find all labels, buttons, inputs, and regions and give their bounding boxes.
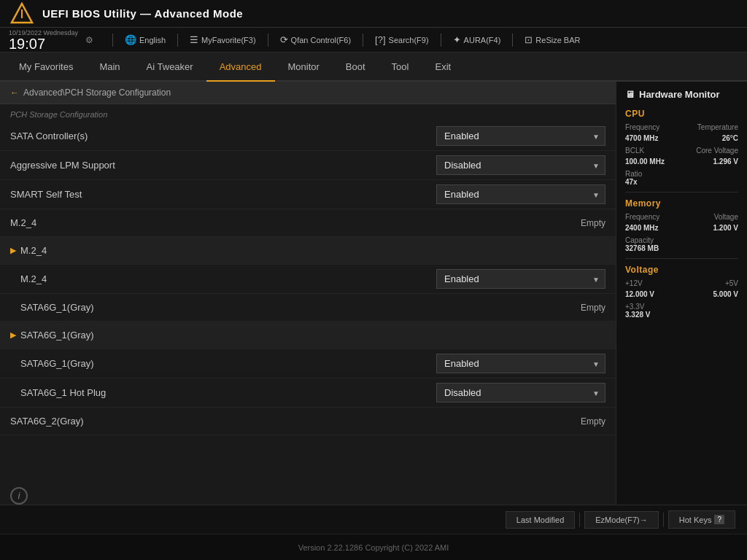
- section-title: PCH Storage Configuration: [0, 104, 616, 122]
- datetime-display: 10/19/2022 Wednesday 19:07: [9, 29, 78, 51]
- hot-keys-button[interactable]: Hot Keys ?: [668, 510, 735, 529]
- stat-row-12v-val: 12.000 V 5.000 V: [625, 290, 738, 298]
- stat-label-12v: +12V: [625, 279, 643, 287]
- breadcrumb-path: Advanced\PCH Storage Configuration: [23, 88, 171, 98]
- resize-icon: ⊡: [525, 34, 533, 45]
- stat-val-ratio: 47x: [625, 178, 738, 186]
- stat-row-bclk: BCLK Core Voltage: [625, 147, 738, 155]
- time-bar: 10/19/2022 Wednesday 19:07 ⚙ 🌐 English ☰…: [0, 28, 747, 52]
- stat-val-mem-volt: 1.200 V: [713, 224, 738, 232]
- label-sata-controllers: SATA Controller(s): [10, 131, 436, 141]
- bios-title: UEFI BIOS Utility — Advanced Mode: [42, 7, 243, 20]
- select-wrapper-hotplug: Enabled Disabled: [436, 383, 605, 402]
- nav-exit[interactable]: Exit: [422, 52, 464, 80]
- nav-main[interactable]: Main: [86, 52, 133, 80]
- help-icon: ?: [714, 515, 724, 524]
- row-m24-static: M.2_4 Empty: [0, 209, 616, 237]
- config-list: SATA Controller(s) Enabled Disabled Aggr…: [0, 122, 616, 505]
- label-sata6g2-static: SATA6G_2(Gray): [10, 416, 547, 427]
- cpu-stats: Frequency Temperature 4700 MHz 26°C BCLK…: [625, 123, 738, 186]
- last-modified-button[interactable]: Last Modified: [506, 511, 575, 529]
- cpu-section-header: CPU: [625, 109, 738, 119]
- monitor-icon: 🖥: [625, 89, 635, 100]
- settings-icon[interactable]: ⚙: [85, 35, 93, 45]
- row-aggressive-lpm: Aggressive LPM Support Enabled Disabled: [0, 151, 616, 180]
- row-sata6g2-static: SATA6G_2(Gray) Empty: [0, 408, 616, 435]
- select-sata-controllers[interactable]: Enabled Disabled: [436, 126, 605, 146]
- nav-boot[interactable]: Boot: [333, 52, 379, 80]
- stat-row-12v: +12V +5V: [625, 279, 738, 287]
- stat-label-33v: +3.3V: [625, 303, 738, 311]
- select-smart-self-test[interactable]: Enabled Disabled: [436, 184, 605, 204]
- hardware-monitor-panel: 🖥 Hardware Monitor CPU Frequency Tempera…: [616, 82, 747, 505]
- row-m24-sub: M.2_4 Enabled Disabled: [0, 265, 616, 294]
- label-aggressive-lpm: Aggressive LPM Support: [10, 160, 436, 171]
- separator-mem-volt: [625, 258, 738, 259]
- divider: [268, 34, 268, 47]
- divider: [512, 34, 513, 47]
- select-wrapper-sata6g1: Enabled Disabled: [436, 354, 605, 373]
- aura-icon: ✦: [453, 34, 461, 45]
- voltage-section-header: Voltage: [625, 265, 738, 275]
- select-wrapper-lpm: Enabled Disabled: [436, 155, 605, 175]
- header-bar: UEFI BIOS Utility — Advanced Mode: [0, 0, 747, 28]
- stat-val-freq: 4700 MHz: [625, 134, 659, 142]
- content-area: ← Advanced\PCH Storage Configuration PCH…: [0, 82, 616, 505]
- topbar-myfavorite[interactable]: ☰ MyFavorite(F3): [185, 33, 260, 47]
- star-icon: ☰: [190, 34, 198, 45]
- memory-stats: Frequency Voltage 2400 MHz 1.200 V Capac…: [625, 213, 738, 252]
- row-sata6g-static: SATA6G_1(Gray) Empty: [0, 294, 616, 322]
- topbar-aura[interactable]: ✦ AURA(F4): [449, 33, 506, 47]
- topbar-qfan[interactable]: ⟳ Qfan Control(F6): [276, 33, 356, 47]
- divider: [112, 34, 113, 47]
- stat-label-bclk: BCLK: [625, 147, 644, 155]
- stat-val-bclk: 100.00 MHz: [625, 158, 665, 166]
- panel-title: 🖥 Hardware Monitor: [625, 89, 738, 100]
- stat-row-mem-freq: Frequency Voltage: [625, 213, 738, 221]
- select-aggressive-lpm[interactable]: Enabled Disabled: [436, 155, 605, 175]
- ez-mode-button[interactable]: EzMode(F7)→: [584, 511, 659, 529]
- topbar-language[interactable]: 🌐 English: [120, 33, 170, 47]
- stat-label-ratio: Ratio: [625, 170, 738, 178]
- main-layout: ← Advanced\PCH Storage Configuration PCH…: [0, 82, 747, 505]
- topbar-resizebar[interactable]: ⊡ ReSize BAR: [520, 33, 584, 47]
- footer-divider2: [663, 513, 664, 527]
- label-m24-static: M.2_4: [10, 217, 547, 228]
- info-icon[interactable]: i: [10, 487, 28, 505]
- stat-val-temp: 26°C: [722, 134, 738, 142]
- select-sata6g-1-gray[interactable]: Enabled Disabled: [436, 354, 605, 373]
- stat-row-freq-val: 4700 MHz 26°C: [625, 134, 738, 142]
- nav-my-favorites[interactable]: My Favorites: [6, 52, 86, 80]
- stat-val-capacity: 32768 MB: [625, 244, 738, 252]
- stat-row-bclk-val: 100.00 MHz 1.296 V: [625, 158, 738, 166]
- nav-advanced[interactable]: Advanced: [206, 52, 275, 82]
- topbar-search[interactable]: [?] Search(F9): [371, 33, 433, 47]
- nav-ai-tweaker[interactable]: Ai Tweaker: [133, 52, 206, 80]
- nav-tool[interactable]: Tool: [379, 52, 422, 80]
- label-sata6g-static: SATA6G_1(Gray): [20, 302, 547, 313]
- globe-icon: 🌐: [125, 34, 136, 45]
- row-m24-group[interactable]: ▶ M.2_4: [0, 237, 616, 265]
- stat-label-mem-freq: Frequency: [625, 213, 659, 221]
- select-sata6g-hotplug[interactable]: Enabled Disabled: [436, 383, 605, 402]
- stat-label-freq: Frequency: [625, 123, 659, 131]
- select-wrapper-sata: Enabled Disabled: [436, 126, 605, 146]
- separator-cpu-mem: [625, 192, 738, 192]
- select-m24-sub[interactable]: Enabled Disabled: [436, 269, 605, 289]
- value-sata6g2-static: Empty: [547, 416, 605, 427]
- stat-val-mem-freq: 2400 MHz: [625, 224, 659, 232]
- search-icon: [?]: [375, 34, 385, 45]
- stat-label-temp: Temperature: [697, 123, 738, 131]
- back-arrow-icon[interactable]: ←: [10, 88, 19, 98]
- footer-divider: [579, 513, 580, 527]
- stat-label-mem-volt: Voltage: [714, 213, 738, 221]
- voltage-stats: +12V +5V 12.000 V 5.000 V +3.3V 3.328 V: [625, 279, 738, 319]
- row-sata6g-group[interactable]: ▶ SATA6G_1(Gray): [0, 322, 616, 349]
- fan-icon: ⟳: [280, 34, 288, 45]
- breadcrumb[interactable]: ← Advanced\PCH Storage Configuration: [0, 82, 616, 104]
- nav-monitor[interactable]: Monitor: [275, 52, 333, 80]
- stat-val-5v: 5.000 V: [713, 290, 738, 298]
- main-nav: My Favorites Main Ai Tweaker Advanced Mo…: [0, 52, 747, 82]
- stat-row-mem-freq-val: 2400 MHz 1.200 V: [625, 224, 738, 232]
- divider: [177, 34, 178, 47]
